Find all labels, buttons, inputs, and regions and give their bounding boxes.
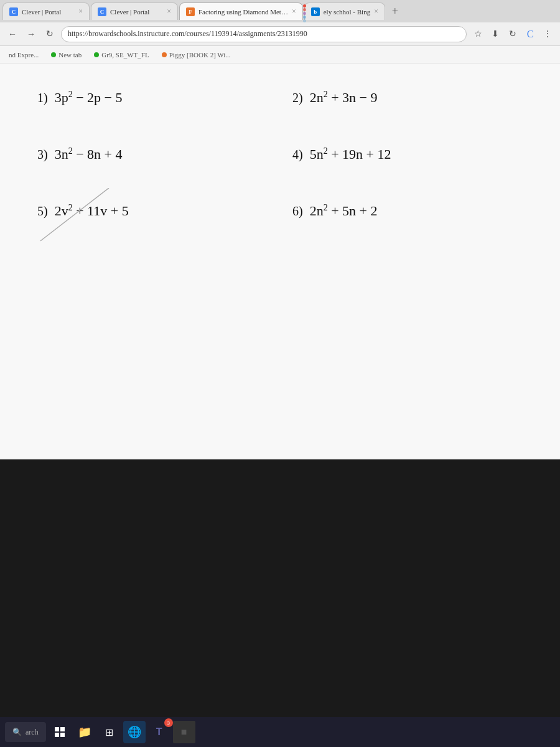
tab-3-close[interactable]: × [292, 7, 296, 16]
piggy-dot [162, 52, 167, 57]
taskbar-browser-icon[interactable]: 🌐 [123, 721, 146, 743]
tab-2-title: Clever | Portal [110, 8, 163, 16]
taskbar-apps-icon[interactable]: ⊞ [98, 721, 121, 743]
forward-button[interactable]: → [24, 27, 39, 42]
download-icon[interactable]: ⬇ [488, 27, 503, 42]
back-button[interactable]: ← [5, 27, 20, 42]
sync-icon[interactable]: ↻ [505, 27, 520, 42]
tab-2-close[interactable]: × [167, 7, 171, 16]
svg-rect-1 [55, 727, 59, 731]
problem-3: 3) 3n2 − 8n + 4 [37, 145, 268, 164]
svg-line-0 [40, 188, 109, 241]
taskbar-teams-icon[interactable]: T 3 [148, 721, 170, 743]
star-icon[interactable]: ☆ [470, 27, 485, 42]
settings-icon[interactable]: ⋮ [540, 27, 555, 42]
tab-3-favicon: F [186, 7, 195, 16]
new-tab-button[interactable]: + [386, 2, 404, 20]
svg-rect-3 [55, 733, 59, 737]
tab-bar: C Clever | Portal × C Clever | Portal × … [0, 0, 560, 22]
diagonal-decoration [34, 188, 115, 244]
bookmark-gr9-label: Gr9, SE_WT_FL [101, 51, 149, 59]
search-placeholder-text: arch [26, 728, 39, 737]
address-text: https://browardschools.instructure.com/c… [68, 29, 307, 39]
problem-4-number: 4) [292, 148, 303, 161]
address-bar[interactable]: https://browardschools.instructure.com/c… [61, 26, 467, 42]
tab-1-title: Clever | Portal [22, 8, 75, 16]
tab-2-favicon: C [98, 7, 106, 16]
page-content: 1) 3p2 − 2p − 5 2) 2n2 + 3n − 9 3) 3n2 −… [0, 63, 560, 462]
new-tab-dot [51, 52, 56, 57]
bookmark-nd-expre[interactable]: nd Expre... [5, 50, 42, 60]
taskbar-search[interactable]: 🔍 arch [5, 722, 46, 742]
gr9-dot [94, 52, 99, 57]
profile-icon[interactable]: C [523, 27, 538, 42]
problem-1: 1) 3p2 − 2p − 5 [37, 88, 268, 108]
tab-3-title: Factoring using Diamond Met… [198, 8, 288, 16]
browser-window: C Clever | Portal × C Clever | Portal × … [0, 0, 560, 462]
tab-bing-favicon: b [311, 7, 320, 16]
problem-3-number: 3) [37, 148, 48, 161]
problem-2: 2) 2n2 + 3n − 9 [292, 88, 523, 108]
taskbar-misc-icon[interactable]: ■ [173, 721, 195, 743]
toolbar-icons: ☆ ⬇ ↻ C ⋮ [470, 27, 555, 42]
bookmark-piggy-label: Piggy [BOOK 2] Wi... [169, 51, 231, 59]
problem-6-number: 6) [292, 205, 303, 218]
address-bar-row: ← → ↻ https://browardschools.instructure… [0, 22, 560, 46]
bookmark-piggy[interactable]: Piggy [BOOK 2] Wi... [158, 50, 235, 60]
problem-2-number: 2) [292, 91, 303, 105]
problem-6: 6) 2n2 + 5n + 2 [292, 202, 523, 221]
tab-1-close[interactable]: × [78, 7, 83, 16]
svg-rect-4 [60, 733, 65, 737]
tab-3-active[interactable]: F Factoring using Diamond Met… × [179, 2, 303, 20]
bookmark-new-tab-label: New tab [58, 51, 82, 59]
taskbar-files-icon[interactable]: 📁 [73, 721, 96, 743]
search-icon: 🔍 [12, 728, 22, 737]
tab-2[interactable]: C Clever | Portal × [91, 2, 178, 20]
bookmark-new-tab[interactable]: New tab [47, 50, 85, 60]
bookmark-gr9[interactable]: Gr9, SE_WT_FL [90, 50, 152, 60]
taskbar-windows-icon[interactable] [49, 721, 71, 743]
problem-4: 4) 5n2 + 19n + 12 [292, 145, 523, 164]
bookmark-nd-expre-label: nd Expre... [9, 51, 39, 59]
reload-button[interactable]: ↻ [42, 27, 57, 42]
tab-bing-title: ely schhol - Bing [324, 8, 370, 16]
tab-bing-close[interactable]: × [374, 7, 378, 16]
dark-background [0, 459, 560, 717]
taskbar: 🔍 arch 📁 ⊞ 🌐 T 3 ■ [0, 717, 560, 747]
notification-dots [303, 4, 306, 22]
tab-bing[interactable]: b ely schhol - Bing × [304, 2, 385, 20]
svg-rect-2 [60, 727, 65, 731]
tab-1[interactable]: C Clever | Portal × [2, 2, 90, 20]
bookmarks-bar: nd Expre... New tab Gr9, SE_WT_FL Piggy … [0, 46, 560, 63]
problem-1-number: 1) [37, 91, 48, 105]
tab-1-favicon: C [9, 7, 18, 16]
